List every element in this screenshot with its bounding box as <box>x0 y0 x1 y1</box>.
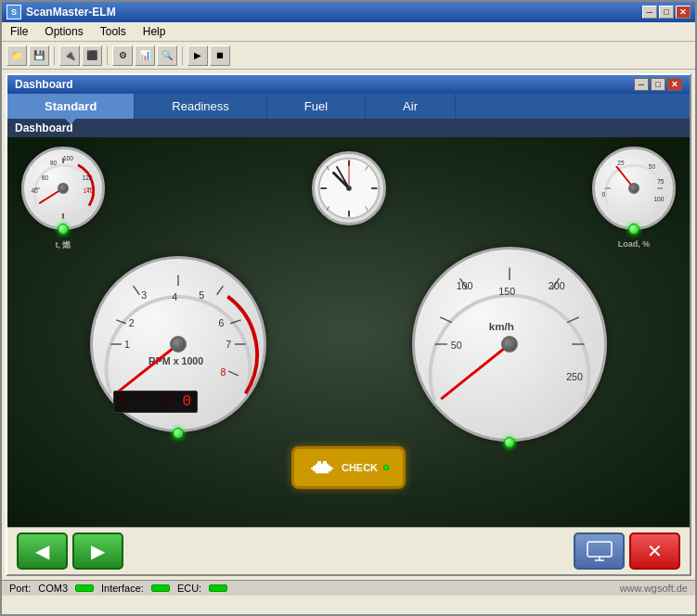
monitor-button[interactable] <box>574 533 625 570</box>
toolbar: 📁 💾 🔌 ⬛ ⚙ 📊 🔍 ▶ ⏹ <box>2 42 695 70</box>
svg-text:75: 75 <box>657 178 665 185</box>
toolbar-btn-7[interactable]: 🔍 <box>157 45 177 66</box>
svg-rect-64 <box>328 466 331 471</box>
toolbar-btn-9[interactable]: ⏹ <box>210 45 230 66</box>
toolbar-btn-2[interactable]: 💾 <box>29 45 49 66</box>
clock-svg <box>315 154 383 223</box>
rpm-led <box>173 428 184 439</box>
os-controls: ─ □ ✕ <box>642 6 691 19</box>
window-title: Dashboard <box>15 78 73 91</box>
load-gauge-container: 0 50 75 100 25 Load, % <box>592 147 676 251</box>
toolbar-btn-6[interactable]: 📊 <box>135 45 155 66</box>
interface-label: Interface: <box>101 583 144 594</box>
svg-text:1: 1 <box>124 339 130 350</box>
nav-buttons: ◀ ▶ <box>17 533 123 570</box>
speed-gauge-container: 50 100 150 200 250 km/h <box>412 247 607 442</box>
dash-minimize-btn[interactable]: ─ <box>634 78 649 91</box>
clock-gauge-container <box>312 151 386 251</box>
top-gauges-row: 60 40 120 140 80 100 t, 燃 <box>17 147 680 251</box>
svg-text:120: 120 <box>83 174 93 181</box>
check-engine-light: CHECK <box>291 446 406 489</box>
rpm-digit-3: 8 <box>161 393 172 410</box>
svg-text:140: 140 <box>83 187 93 194</box>
rpm-digit-1: 8 <box>118 393 129 410</box>
close-button[interactable]: ✕ <box>629 533 680 570</box>
os-minimize-btn[interactable]: ─ <box>642 6 657 19</box>
menubar: File Options Tools Help <box>2 22 695 42</box>
right-buttons: ✕ <box>574 533 680 570</box>
speed-knob <box>501 336 518 353</box>
interface-indicator <box>151 584 170 592</box>
svg-text:5: 5 <box>199 289 204 301</box>
port-value: COM3 <box>38 583 68 594</box>
tab-fuel[interactable]: Fuel <box>267 94 366 119</box>
menu-options[interactable]: Options <box>41 24 86 39</box>
bottom-nav-bar: ◀ ▶ ✕ <box>7 527 690 574</box>
toolbar-btn-3[interactable]: 🔌 <box>59 45 80 66</box>
svg-rect-63 <box>313 466 316 471</box>
rpm-knob <box>170 336 187 353</box>
tab-air[interactable]: Air <box>366 94 456 119</box>
svg-point-21 <box>346 186 352 191</box>
status-bar: Port: COM3 Interface: ECU: www.wgsoft.de <box>2 580 695 596</box>
svg-text:60: 60 <box>42 174 49 181</box>
svg-line-61 <box>442 344 510 398</box>
svg-rect-69 <box>587 542 612 557</box>
svg-text:100: 100 <box>457 280 473 291</box>
toolbar-sep-2 <box>107 46 108 65</box>
temperature-knob <box>58 183 69 194</box>
dashboard-window: Dashboard ─ □ ✕ Standard Readiness Fuel … <box>6 73 691 576</box>
svg-line-34 <box>133 286 139 295</box>
svg-line-38 <box>216 286 223 295</box>
svg-text:8: 8 <box>220 366 226 378</box>
check-engine-section: CHECK <box>291 446 406 489</box>
ecu-label: ECU: <box>177 583 201 594</box>
back-button[interactable]: ◀ <box>17 533 68 570</box>
svg-text:50: 50 <box>451 340 462 351</box>
svg-text:25: 25 <box>617 160 625 166</box>
dashboard-label-bar: Dashboard <box>7 119 690 137</box>
toolbar-btn-5[interactable]: ⚙ <box>112 45 133 66</box>
gauge-area: 60 40 120 140 80 100 t, 燃 <box>7 137 690 527</box>
svg-text:40: 40 <box>31 187 38 194</box>
tab-bar: Standard Readiness Fuel Air <box>7 94 690 119</box>
load-knob <box>628 183 639 194</box>
svg-text:2: 2 <box>128 317 134 328</box>
speed-led <box>504 437 515 448</box>
ecu-indicator <box>209 584 227 592</box>
menu-help[interactable]: Help <box>139 24 170 39</box>
svg-text:100: 100 <box>63 155 73 161</box>
svg-text:6: 6 <box>218 317 224 328</box>
temperature-led <box>58 224 69 235</box>
dash-maximize-btn[interactable]: □ <box>651 78 665 91</box>
menu-file[interactable]: File <box>6 24 32 39</box>
forward-button[interactable]: ▶ <box>72 533 123 570</box>
clock-gauge <box>312 151 386 225</box>
os-titlebar: S ScanMaster-ELM ─ □ ✕ <box>2 2 695 22</box>
rpm-digit-2: 8 <box>139 393 150 410</box>
os-close-btn[interactable]: ✕ <box>676 6 691 19</box>
svg-rect-66 <box>323 461 327 465</box>
tab-readiness[interactable]: Readiness <box>135 94 266 119</box>
os-maximize-btn[interactable]: □ <box>659 6 674 19</box>
svg-text:200: 200 <box>549 280 565 291</box>
svg-rect-62 <box>316 464 329 473</box>
svg-line-44 <box>228 371 239 376</box>
menu-tools[interactable]: Tools <box>97 24 130 39</box>
check-engine-led <box>383 465 389 470</box>
tab-standard[interactable]: Standard <box>7 94 135 119</box>
app-title: ScanMaster-ELM <box>26 6 116 19</box>
toolbar-sep-1 <box>54 46 55 65</box>
os-frame: S ScanMaster-ELM ─ □ ✕ File Options Tool… <box>0 0 697 616</box>
svg-text:0: 0 <box>601 191 605 198</box>
toolbar-btn-1[interactable]: 📁 <box>6 45 27 66</box>
rpm-gauge: 1 2 3 4 5 6 7 <box>90 256 266 432</box>
svg-text:50: 50 <box>649 163 656 170</box>
dashboard-titlebar: Dashboard ─ □ ✕ <box>7 75 690 94</box>
port-indicator <box>75 584 94 592</box>
temperature-gauge-container: 60 40 120 140 80 100 t, 燃 <box>21 147 105 251</box>
toolbar-btn-8[interactable]: ▶ <box>187 45 208 66</box>
svg-text:km/h: km/h <box>489 320 514 332</box>
toolbar-btn-4[interactable]: ⬛ <box>82 45 102 66</box>
dash-close-btn[interactable]: ✕ <box>667 78 682 91</box>
